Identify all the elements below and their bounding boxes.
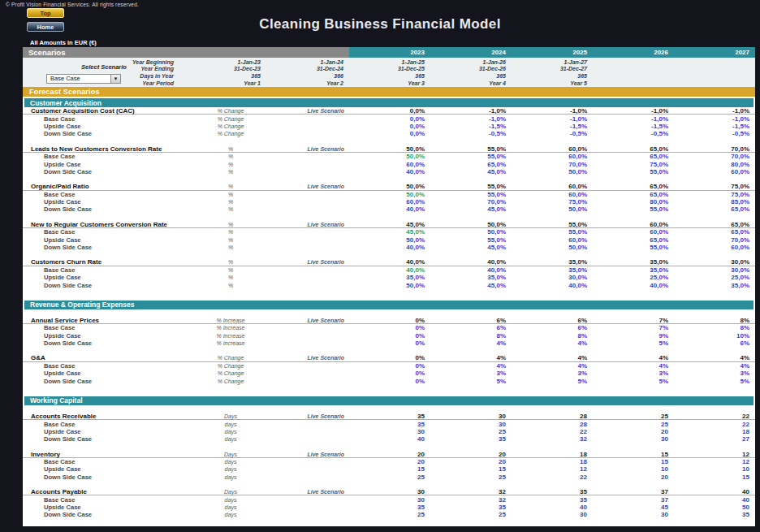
case-value-cell[interactable]: 35 [349,504,430,511]
case-value-cell[interactable]: 50,0% [512,168,593,175]
case-value-cell[interactable]: 75,0% [593,161,674,168]
case-value-cell[interactable]: 20 [349,458,430,465]
case-value-cell[interactable]: 28 [512,421,593,428]
case-value-cell[interactable]: 4% [674,362,755,370]
case-value-cell[interactable]: 15 [674,474,755,481]
case-value-cell[interactable]: 37 [593,496,674,504]
case-value-cell[interactable]: -1,5% [593,123,674,130]
case-value-cell[interactable]: 30,0% [512,274,593,281]
case-value-cell[interactable]: 22 [674,421,755,428]
case-value-cell[interactable]: 3% [430,370,512,377]
case-value-cell[interactable]: -0,5% [430,130,512,137]
case-value-cell[interactable]: 3% [674,370,755,377]
chevron-down-icon[interactable]: ▼ [110,75,120,83]
case-value-cell[interactable]: 10 [593,465,674,473]
case-value-cell[interactable]: 8% [430,332,512,340]
case-value-cell[interactable]: 5% [430,378,512,385]
case-value-cell[interactable]: 20 [430,458,512,465]
case-value-cell[interactable]: 10 [674,465,755,473]
case-value-cell[interactable]: 0% [349,340,430,347]
case-value-cell[interactable]: 85,0% [674,198,755,205]
case-value-cell[interactable]: 15 [349,465,430,473]
case-value-cell[interactable]: 60,0% [674,244,755,251]
case-value-cell[interactable]: 65,0% [593,153,674,160]
case-value-cell[interactable]: 12 [674,458,755,465]
case-value-cell[interactable]: 5% [593,378,674,385]
case-value-cell[interactable]: 20 [593,474,674,481]
case-value-cell[interactable]: 65,0% [430,161,512,168]
case-value-cell[interactable]: 80,0% [593,198,674,205]
case-value-cell[interactable]: 20 [593,428,674,435]
case-value-cell[interactable]: 55,0% [512,228,593,236]
case-value-cell[interactable]: 5% [674,378,755,385]
case-value-cell[interactable]: 75,0% [674,191,755,198]
case-value-cell[interactable]: 65,0% [674,205,755,213]
case-value-cell[interactable]: 0% [349,378,430,385]
case-value-cell[interactable]: 70,0% [674,236,755,244]
case-value-cell[interactable]: 0% [349,370,430,377]
case-value-cell[interactable]: 27 [674,435,755,443]
case-value-cell[interactable]: 35 [674,511,755,518]
case-value-cell[interactable]: 0% [349,362,430,370]
case-value-cell[interactable]: 35 [430,504,512,511]
case-value-cell[interactable]: -1,5% [430,123,512,130]
case-value-cell[interactable]: 8% [512,332,593,340]
case-value-cell[interactable]: 70,0% [512,161,593,168]
case-value-cell[interactable]: 60,0% [512,153,593,160]
case-value-cell[interactable]: 40 [512,504,593,511]
case-value-cell[interactable]: 15 [430,465,512,473]
case-value-cell[interactable]: 60,0% [593,228,674,236]
case-value-cell[interactable]: -0,5% [512,130,593,137]
case-value-cell[interactable]: 55,0% [430,236,512,244]
case-value-cell[interactable]: 35,0% [349,274,430,281]
case-value-cell[interactable]: 4% [512,362,593,370]
case-value-cell[interactable]: 25 [349,511,430,518]
case-value-cell[interactable]: 40,0% [349,168,430,175]
case-value-cell[interactable]: 30 [349,428,430,435]
case-value-cell[interactable]: 30 [593,435,674,443]
case-value-cell[interactable]: -1,5% [512,123,593,130]
case-value-cell[interactable]: 32 [430,496,512,504]
case-value-cell[interactable]: -1,0% [430,115,512,123]
case-value-cell[interactable]: 0% [349,324,430,331]
case-value-cell[interactable]: 25 [349,474,430,481]
case-value-cell[interactable]: -0,5% [674,130,755,137]
case-value-cell[interactable]: 40,0% [512,282,593,289]
case-value-cell[interactable]: 55,0% [430,191,512,198]
case-value-cell[interactable]: 50,0% [430,228,512,236]
case-value-cell[interactable]: 80,0% [674,161,755,168]
case-value-cell[interactable]: 65,0% [674,228,755,236]
case-value-cell[interactable]: 70,0% [430,198,512,205]
case-value-cell[interactable]: 4% [593,362,674,370]
case-value-cell[interactable]: 5% [593,340,674,347]
case-value-cell[interactable]: 60,0% [512,191,593,198]
case-value-cell[interactable]: 30 [430,421,512,428]
case-value-cell[interactable]: 40,0% [349,205,430,213]
case-value-cell[interactable]: -1,0% [674,115,755,123]
case-value-cell[interactable]: 18 [674,428,755,435]
case-value-cell[interactable]: 75,0% [512,198,593,205]
case-value-cell[interactable]: 18 [512,458,593,465]
case-value-cell[interactable]: 0,0% [349,130,430,137]
case-value-cell[interactable]: 50,0% [512,205,593,213]
case-value-cell[interactable]: 5% [512,378,593,385]
case-value-cell[interactable]: 25 [593,421,674,428]
case-value-cell[interactable]: -1,5% [674,123,755,130]
case-value-cell[interactable]: 45,0% [430,168,512,175]
case-value-cell[interactable]: 25 [430,511,512,518]
case-value-cell[interactable]: 6% [674,340,755,347]
case-value-cell[interactable]: -1,0% [593,115,674,123]
case-value-cell[interactable]: 60,0% [674,168,755,175]
case-value-cell[interactable]: 35,0% [674,282,755,289]
case-value-cell[interactable]: -0,5% [593,130,674,137]
case-value-cell[interactable]: 15 [593,458,674,465]
case-value-cell[interactable]: -1,0% [512,115,593,123]
case-value-cell[interactable]: 0,0% [349,115,430,123]
case-value-cell[interactable]: 4% [512,340,593,347]
case-value-cell[interactable]: 22 [512,474,593,481]
case-value-cell[interactable]: 45,0% [430,244,512,251]
case-value-cell[interactable]: 45,0% [430,205,512,213]
case-value-cell[interactable]: 50,0% [349,191,430,198]
case-value-cell[interactable]: 3% [593,370,674,377]
case-value-cell[interactable]: 30 [349,496,430,504]
